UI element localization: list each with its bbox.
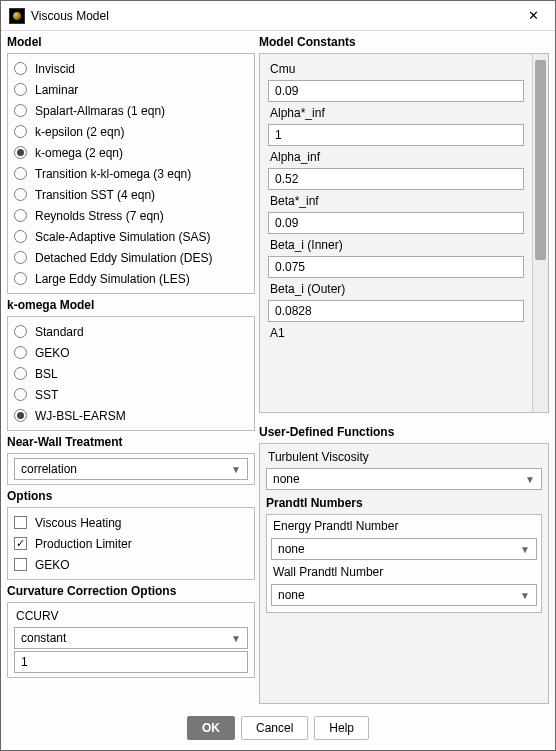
radio-icon — [14, 83, 27, 96]
komega-option[interactable]: BSL — [14, 363, 248, 384]
chevron-down-icon: ▼ — [520, 544, 530, 555]
radio-icon — [14, 167, 27, 180]
komega-option-label: WJ-BSL-EARSM — [35, 409, 126, 423]
checkbox-icon — [14, 537, 27, 550]
left-column: Model InviscidLaminarSpalart-Allmaras (1… — [7, 35, 255, 704]
model-option[interactable]: Detached Eddy Simulation (DES) — [14, 247, 248, 268]
model-option-label: Inviscid — [35, 62, 75, 76]
options-panel: Viscous HeatingProduction LimiterGEKO — [7, 507, 255, 580]
model-option-label: Laminar — [35, 83, 78, 97]
chevron-down-icon: ▼ — [231, 464, 241, 475]
scrollbar-thumb[interactable] — [535, 60, 546, 260]
ccurv-label: CCURV — [14, 607, 248, 625]
option-label: Viscous Heating — [35, 516, 122, 530]
model-option-label: Reynolds Stress (7 eqn) — [35, 209, 164, 223]
model-option[interactable]: Large Eddy Simulation (LES) — [14, 268, 248, 289]
footer: OK Cancel Help — [1, 706, 555, 750]
options-section-label: Options — [7, 487, 255, 505]
komega-option[interactable]: SST — [14, 384, 248, 405]
window-title: Viscous Model — [31, 9, 519, 23]
model-option[interactable]: k-epsilon (2 eqn) — [14, 121, 248, 142]
constant-input[interactable]: 0.075 — [268, 256, 524, 278]
constant-value: 1 — [275, 128, 282, 142]
radio-icon — [14, 409, 27, 422]
cancel-button[interactable]: Cancel — [241, 716, 308, 740]
constant-label: Beta_i (Inner) — [268, 236, 524, 254]
titlebar: Viscous Model ✕ — [1, 1, 555, 31]
energy-prandtl-value: none — [278, 542, 305, 556]
komega-option-label: Standard — [35, 325, 84, 339]
komega-option-label: GEKO — [35, 346, 70, 360]
model-option[interactable]: Inviscid — [14, 58, 248, 79]
ok-button[interactable]: OK — [187, 716, 235, 740]
nearwall-section-label: Near-Wall Treatment — [7, 433, 255, 451]
radio-icon — [14, 272, 27, 285]
ccurv-select[interactable]: constant ▼ — [14, 627, 248, 649]
radio-icon — [14, 367, 27, 380]
radio-icon — [14, 125, 27, 138]
prandtl-group: Energy Prandtl Number none ▼ Wall Prandt… — [266, 514, 542, 613]
model-option-label: Scale-Adaptive Simulation (SAS) — [35, 230, 210, 244]
constants-list: Cmu0.09Alpha*_inf1Alpha_inf0.52Beta*_inf… — [260, 54, 532, 412]
nearwall-select[interactable]: correlation ▼ — [14, 458, 248, 480]
constant-input[interactable]: 0.0828 — [268, 300, 524, 322]
constant-value: 0.52 — [275, 172, 298, 186]
model-option[interactable]: Spalart-Allmaras (1 eqn) — [14, 100, 248, 121]
constant-label: Cmu — [268, 60, 524, 78]
model-option-label: Large Eddy Simulation (LES) — [35, 272, 190, 286]
energy-prandtl-select[interactable]: none ▼ — [271, 538, 537, 560]
constants-section-label: Model Constants — [259, 35, 549, 51]
checkbox-icon — [14, 558, 27, 571]
komega-option[interactable]: GEKO — [14, 342, 248, 363]
komega-panel: StandardGEKOBSLSSTWJ-BSL-EARSM — [7, 316, 255, 431]
ccurv-select-value: constant — [21, 631, 66, 645]
constant-input[interactable]: 1 — [268, 124, 524, 146]
checkbox-icon — [14, 516, 27, 529]
constant-label: Beta*_inf — [268, 192, 524, 210]
model-option-label: k-epsilon (2 eqn) — [35, 125, 124, 139]
nearwall-panel: correlation ▼ — [7, 453, 255, 485]
radio-icon — [14, 388, 27, 401]
chevron-down-icon: ▼ — [231, 633, 241, 644]
model-section-label: Model — [7, 35, 255, 51]
turb-viscosity-label: Turbulent Viscosity — [266, 448, 542, 466]
radio-icon — [14, 230, 27, 243]
wall-prandtl-select[interactable]: none ▼ — [271, 584, 537, 606]
radio-icon — [14, 209, 27, 222]
model-option[interactable]: Laminar — [14, 79, 248, 100]
help-button[interactable]: Help — [314, 716, 369, 740]
komega-option[interactable]: WJ-BSL-EARSM — [14, 405, 248, 426]
turb-viscosity-select[interactable]: none ▼ — [266, 468, 542, 490]
constant-label: Alpha_inf — [268, 148, 524, 166]
komega-option[interactable]: Standard — [14, 321, 248, 342]
constant-input[interactable]: 0.52 — [268, 168, 524, 190]
constant-label: A1 — [268, 324, 524, 342]
model-option-label: Spalart-Allmaras (1 eqn) — [35, 104, 165, 118]
constant-label: Beta_i (Outer) — [268, 280, 524, 298]
constant-value: 0.075 — [275, 260, 305, 274]
model-option[interactable]: Reynolds Stress (7 eqn) — [14, 205, 248, 226]
option-item[interactable]: Viscous Heating — [14, 512, 248, 533]
radio-icon — [14, 62, 27, 75]
radio-icon — [14, 251, 27, 264]
model-option[interactable]: Transition SST (4 eqn) — [14, 184, 248, 205]
komega-option-label: SST — [35, 388, 58, 402]
close-icon[interactable]: ✕ — [519, 6, 547, 26]
constants-scrollbar[interactable] — [532, 54, 548, 412]
constant-value: 0.0828 — [275, 304, 312, 318]
constant-input[interactable]: 0.09 — [268, 80, 524, 102]
model-option[interactable]: Scale-Adaptive Simulation (SAS) — [14, 226, 248, 247]
content-area: Model InviscidLaminarSpalart-Allmaras (1… — [1, 31, 555, 706]
option-label: GEKO — [35, 558, 70, 572]
option-item[interactable]: Production Limiter — [14, 533, 248, 554]
model-option-label: Detached Eddy Simulation (DES) — [35, 251, 212, 265]
constant-input[interactable]: 0.09 — [268, 212, 524, 234]
constants-panel: Cmu0.09Alpha*_inf1Alpha_inf0.52Beta*_inf… — [259, 53, 549, 413]
model-option[interactable]: Transition k-kl-omega (3 eqn) — [14, 163, 248, 184]
option-item[interactable]: GEKO — [14, 554, 248, 575]
radio-icon — [14, 325, 27, 338]
model-option[interactable]: k-omega (2 eqn) — [14, 142, 248, 163]
udf-section-label: User-Defined Functions — [259, 423, 549, 441]
ccurv-value: 1 — [21, 655, 28, 669]
ccurv-value-input[interactable]: 1 — [14, 651, 248, 673]
